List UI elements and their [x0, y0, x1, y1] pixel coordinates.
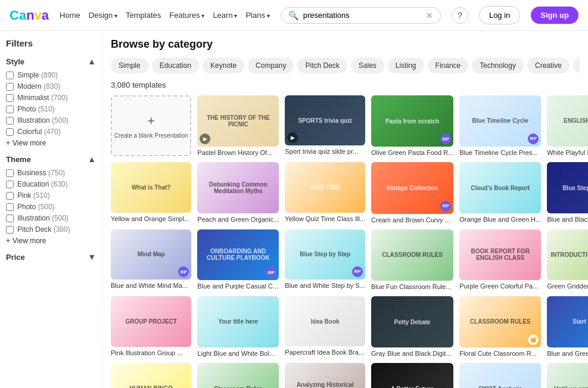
template-card-2[interactable]: SPORTS trivia quiz ▶ Sport trivia quiz s… — [285, 95, 365, 156]
cat-keynote[interactable]: Keynote — [203, 58, 244, 73]
logo[interactable]: Canva — [10, 8, 49, 23]
template-card-17[interactable]: INTRODUCTION TO MAPS RP Green Gridded Ge… — [547, 229, 588, 290]
plus-icon-2: + — [6, 237, 10, 245]
template-card-15[interactable]: CLASSROOM RULES Blue Fun Classroom Rule.… — [371, 229, 453, 290]
filter-business-label: Business (750) — [17, 169, 65, 177]
template-card-5[interactable]: ENGLISH CLASS 👑 White Playful English Cl… — [547, 95, 588, 156]
filter-simple[interactable]: Simple (890) — [6, 71, 96, 79]
create-blank-card[interactable]: + Create a blank Presentation — [111, 95, 191, 156]
filter-pink-checkbox[interactable] — [6, 192, 14, 200]
filter-minimalist[interactable]: Minimalist (700) — [6, 94, 96, 102]
filter-education-checkbox[interactable] — [6, 181, 14, 188]
cat-kids[interactable]: Kids Presentations — [573, 58, 580, 73]
view-more-label: View more — [13, 139, 46, 147]
template-card-21[interactable]: Petty Debate Gray Blue and Black Digit..… — [371, 296, 453, 357]
template-card-20[interactable]: Idea Book Papercraft Idea Book Bra... — [285, 296, 365, 357]
cat-sales[interactable]: Sales — [351, 58, 384, 73]
filter-illustration-checkbox[interactable] — [6, 117, 14, 125]
plus-icon: + — [6, 139, 10, 147]
filter-education[interactable]: Education (630) — [6, 180, 96, 188]
badge-rp-9: RP — [440, 201, 451, 212]
cat-listing[interactable]: Listing — [388, 58, 424, 73]
template-card-6[interactable]: What is That? Yellow and Orange Simpl... — [111, 162, 191, 223]
template-count-label: 3,080 templates — [111, 80, 166, 89]
theme-view-more[interactable]: + View more — [6, 237, 96, 245]
filter-illustration[interactable]: Illustration (500) — [6, 116, 96, 125]
badge-rp-4: RP — [528, 134, 539, 144]
nav-design[interactable]: Design — [89, 11, 117, 20]
filter-illustration-theme[interactable]: Illustration (500) — [6, 214, 96, 222]
template-card-29[interactable]: Until we can meet again Colorful Abstrac… — [547, 363, 588, 388]
filter-modern[interactable]: Modern (830) — [6, 82, 96, 91]
cat-simple[interactable]: Simple — [111, 58, 148, 73]
search-clear-icon[interactable]: ✕ — [426, 11, 433, 20]
template-card-26[interactable]: Analyzing Historical Context RP Brown Cl… — [285, 363, 365, 388]
search-input[interactable] — [303, 11, 421, 20]
filter-business[interactable]: Business (750) — [6, 169, 96, 177]
nav-plans[interactable]: Plans — [245, 11, 269, 20]
help-button[interactable]: ? — [452, 7, 468, 24]
filter-illustration-theme-checkbox[interactable] — [6, 215, 14, 222]
template-card-13[interactable]: ONBOARDING AND CULTURE PLAYBOOK RP Blue … — [197, 229, 279, 290]
template-card-22[interactable]: CLASSROOM RULES 👑 Floral Cute Classroom … — [459, 296, 541, 357]
nav-learn[interactable]: Learn — [213, 11, 237, 20]
card-label-11: Blue and Black Step by St... — [547, 216, 588, 223]
template-card-11[interactable]: Blue Step by Step RP Blue and Black Step… — [547, 162, 588, 223]
card-img-12: Mind Map RP — [111, 229, 191, 280]
template-card-19[interactable]: Your title here Light Blue and White Bol… — [197, 296, 279, 357]
nav-templates[interactable]: Templates — [126, 11, 161, 20]
template-card-24[interactable]: HUMAN BINGO Yellow and Green School ... — [111, 363, 191, 388]
price-toggle[interactable]: ▼ — [88, 252, 96, 262]
filter-pink[interactable]: Pink (510) — [6, 191, 96, 200]
filter-minimalist-checkbox[interactable] — [6, 94, 14, 102]
template-card-18[interactable]: GROUP PROJECT Pink Illustration Group ..… — [111, 296, 191, 357]
cat-pitch-deck[interactable]: Pitch Deck — [297, 58, 347, 73]
price-section-header: Price ▼ — [6, 252, 96, 262]
template-card-14[interactable]: Blue Step by Step RP Blue and White Step… — [285, 229, 365, 290]
filter-colorful-checkbox[interactable] — [6, 128, 14, 136]
cat-finance[interactable]: Finance — [428, 58, 469, 73]
filter-photo[interactable]: Photo (510) — [6, 105, 96, 113]
card-img-11: Blue Step by Step RP — [547, 162, 588, 213]
template-card-28[interactable]: SWOT Analysis RP Blue and White SWOT An.… — [459, 363, 541, 388]
template-card-7[interactable]: Debunking Common Meditation Myths Peach … — [197, 162, 279, 223]
nav-home[interactable]: Home — [60, 11, 80, 20]
filter-photo-theme-checkbox[interactable] — [6, 203, 14, 211]
filter-pitch-deck[interactable]: Pitch Deck (380) — [6, 225, 96, 234]
filter-business-checkbox[interactable] — [6, 169, 14, 177]
filter-photo-theme[interactable]: Photo (500) — [6, 203, 96, 211]
filter-simple-checkbox[interactable] — [6, 72, 14, 79]
cat-education[interactable]: Education — [152, 58, 199, 73]
card-preview-16: BOOK REPORT FOR ENGLISH CLASS — [459, 229, 541, 281]
login-button[interactable]: Log in — [479, 6, 520, 24]
card-preview-21: Petty Debate — [371, 296, 453, 347]
cat-company[interactable]: Company — [248, 58, 294, 73]
style-toggle[interactable]: ▲ — [88, 57, 96, 66]
template-card-10[interactable]: Cloud's Book Report Orange Blue and Gree… — [459, 162, 541, 223]
nav-features[interactable]: Features — [169, 11, 204, 20]
filter-pitch-deck-checkbox[interactable] — [6, 226, 14, 234]
template-card-1[interactable]: THE HISTORY OF THE PICNIC ▶ Pastel Brown… — [197, 95, 279, 156]
filter-colorful[interactable]: Colorful (470) — [6, 128, 96, 136]
template-card-4[interactable]: Blue Timeline Cycle RP Blue Timeline Cyc… — [459, 95, 541, 156]
filter-modern-checkbox[interactable] — [6, 83, 14, 91]
template-card-27[interactable]: A Better Future 👑 Black White Inspiring … — [371, 363, 453, 388]
template-card-9[interactable]: Vintage Collection RP Cream and Brown Cu… — [371, 162, 453, 223]
cat-creative[interactable]: Creative — [527, 58, 570, 73]
theme-toggle[interactable]: ▲ — [88, 154, 96, 164]
template-card-3[interactable]: Pasta from scratch RP Olive Green Pasta … — [371, 95, 453, 156]
filter-photo-checkbox[interactable] — [6, 105, 14, 113]
card-img-15: CLASSROOM RULES — [371, 229, 453, 281]
style-view-more[interactable]: + View more — [6, 139, 96, 147]
template-card-23[interactable]: Start It Up! Blue and Green Business ... — [547, 296, 588, 357]
card-label-8: Yellow Quiz Time Class Ill... — [285, 215, 365, 222]
template-card-8[interactable]: QUIZ TIME Yellow Quiz Time Class Ill... — [285, 162, 365, 223]
cat-technology[interactable]: Technology — [472, 58, 524, 73]
template-card-12[interactable]: Mind Map RP Blue and White Mind Ma... — [111, 229, 191, 290]
signup-button[interactable]: Sign up — [531, 7, 578, 24]
template-card-25[interactable]: Classroom Rules RP Green Blue and Pink H… — [197, 363, 279, 388]
theme-label: Theme — [6, 155, 31, 164]
card-label-9: Cream and Brown Curvy ... — [371, 216, 453, 224]
template-card-16[interactable]: BOOK REPORT FOR ENGLISH CLASS Purple Gre… — [459, 229, 541, 290]
card-preview-17: INTRODUCTION TO MAPS — [547, 229, 588, 281]
